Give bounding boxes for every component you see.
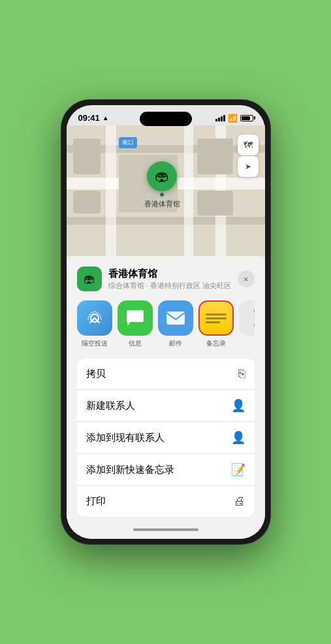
notes-label: 备忘录 [206, 339, 226, 348]
share-more-dots [239, 300, 255, 336]
mail-icon [166, 310, 185, 326]
action-new-contact-label: 新建联系人 [86, 400, 135, 412]
dynamic-island [140, 112, 192, 126]
phone-screen: 09:41 ▲ 📶 [67, 105, 265, 539]
add-contact-icon: 👤 [231, 430, 245, 445]
share-item-messages[interactable]: 信息 [118, 300, 153, 348]
map-area[interactable]: 南口 🗺 ➤ 🏟 香港体育馆 [67, 125, 265, 256]
new-contact-icon: 👤 [231, 398, 245, 413]
quick-note-icon: 📝 [231, 462, 245, 477]
action-copy-label: 拷贝 [86, 368, 106, 380]
action-quick-note-label: 添加到新快速备忘录 [86, 464, 174, 476]
signal-bars-icon [215, 115, 225, 121]
venue-header: 🏟 香港体育馆 综合体育馆 · 香港特别行政区 油尖旺区 × [77, 266, 255, 291]
action-row-new-contact[interactable]: 新建联系人 👤 [77, 390, 255, 422]
share-item-airdrop[interactable]: 隔空投送 [77, 300, 112, 348]
pin-dot [160, 193, 164, 197]
action-list: 拷贝 ⎘ 新建联系人 👤 添加到现有联系人 👤 添加到新快速备忘录 📝 打印 [77, 359, 255, 517]
print-icon: 🖨 [234, 494, 245, 508]
home-bar [133, 528, 198, 531]
venue-name-map: 香港体育馆 [144, 199, 180, 209]
action-row-quick-note[interactable]: 添加到新快速备忘录 📝 [77, 454, 255, 486]
messages-icon [125, 309, 145, 327]
venue-logo-icon: 🏟 [84, 272, 95, 286]
venue-logo: 🏟 [77, 266, 102, 291]
mail-label: 邮件 [169, 339, 182, 348]
map-type-button[interactable]: 🗺 [238, 135, 259, 155]
battery-icon [240, 115, 253, 121]
wifi-icon: 📶 [228, 114, 238, 123]
mail-icon-wrap [158, 300, 193, 336]
notes-icon [206, 314, 227, 323]
airdrop-icon [85, 308, 104, 328]
location-button[interactable]: ➤ [238, 156, 259, 177]
messages-icon-wrap [118, 300, 153, 336]
status-time: 09:41 [78, 113, 100, 123]
location-icon: ▲ [102, 114, 109, 121]
close-button[interactable]: × [238, 270, 255, 287]
share-row: 隔空投送 信息 [77, 300, 255, 349]
action-print-label: 打印 [86, 495, 106, 507]
copy-icon: ⎘ [238, 367, 245, 381]
venue-pin: 🏟 香港体育馆 [144, 161, 180, 209]
venue-info: 香港体育馆 综合体育馆 · 香港特别行政区 油尖旺区 [108, 268, 238, 291]
status-icons: 📶 [215, 114, 253, 123]
svg-rect-1 [166, 312, 185, 325]
share-more[interactable] [239, 300, 255, 348]
airdrop-label: 隔空投送 [82, 339, 108, 348]
pin-circle: 🏟 [147, 161, 177, 191]
airdrop-icon-wrap [77, 300, 112, 336]
phone-frame: 09:41 ▲ 📶 [61, 100, 270, 544]
share-item-mail[interactable]: 邮件 [158, 300, 193, 348]
venue-title: 香港体育馆 [108, 268, 238, 280]
action-row-print[interactable]: 打印 🖨 [77, 486, 255, 517]
map-label-tag: 南口 [119, 137, 137, 148]
venue-subtitle: 综合体育馆 · 香港特别行政区 油尖旺区 [108, 281, 238, 291]
map-controls: 🗺 ➤ [238, 135, 259, 177]
notes-icon-wrap [198, 300, 234, 336]
home-indicator [77, 523, 255, 536]
action-add-contact-label: 添加到现有联系人 [86, 432, 165, 444]
bottom-sheet: 🏟 香港体育馆 综合体育馆 · 香港特别行政区 油尖旺区 × [67, 256, 265, 539]
action-row-add-contact[interactable]: 添加到现有联系人 👤 [77, 422, 255, 454]
map-label-text: 南口 [122, 139, 134, 146]
messages-label: 信息 [129, 339, 142, 348]
share-item-notes[interactable]: 备忘录 [198, 300, 234, 348]
action-row-copy[interactable]: 拷贝 ⎘ [77, 359, 255, 390]
